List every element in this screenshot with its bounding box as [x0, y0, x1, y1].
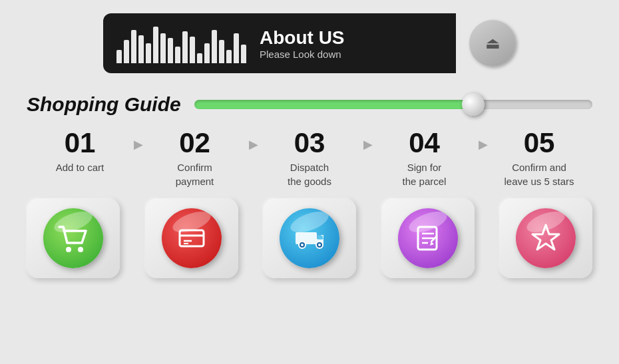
eject-button[interactable]: ⏏ — [469, 20, 516, 67]
eject-icon: ⏏ — [485, 34, 501, 53]
step-3-label: Dispatchthe goods — [288, 160, 331, 188]
step-4-icon-wrap[interactable] — [381, 198, 475, 278]
banner-subtitle: Please Look down — [260, 49, 345, 60]
equalizer-icon — [116, 23, 246, 63]
cart-svg — [57, 222, 90, 255]
step-1-label: Add to cart — [56, 160, 104, 174]
star-svg — [527, 220, 564, 257]
svg-point-1 — [78, 247, 83, 252]
star-icon — [516, 208, 576, 268]
step-5: 05 Confirm andleave us 5 stars — [486, 129, 592, 188]
guide-title: Shopping Guide — [27, 93, 181, 116]
banner-main: About US Please Look down — [103, 13, 456, 73]
svg-point-0 — [66, 247, 71, 252]
payment-svg — [175, 222, 208, 255]
slider-track — [194, 100, 592, 109]
truck-svg — [292, 220, 327, 256]
sign-svg — [411, 222, 445, 255]
steps-row: 01 Add to cart ▶ 02 Confirmpayment ▶ 03 … — [27, 129, 592, 188]
svg-rect-3 — [180, 230, 204, 246]
svg-line-2 — [63, 227, 65, 231]
sign-icon — [398, 208, 458, 268]
step-5-number: 05 — [524, 129, 555, 157]
svg-marker-19 — [532, 225, 559, 250]
slider-thumb[interactable] — [462, 93, 485, 116]
step-4-label: Sign forthe parcel — [403, 160, 447, 188]
svg-point-10 — [301, 244, 304, 246]
step-2: 02 Confirmpayment ▶ — [142, 129, 248, 188]
progress-slider[interactable] — [194, 96, 592, 112]
step-2-label: Confirmpayment — [176, 160, 214, 188]
svg-marker-18 — [430, 242, 434, 246]
svg-point-12 — [318, 244, 321, 246]
step-2-number: 02 — [179, 129, 210, 157]
icons-row — [27, 198, 592, 278]
truck-icon — [280, 208, 339, 268]
banner-text: About US Please Look down — [260, 27, 345, 60]
step-3-icon-wrap[interactable] — [263, 198, 356, 278]
step-4: 04 Sign forthe parcel ▶ — [371, 129, 478, 188]
svg-rect-7 — [296, 232, 317, 244]
svg-rect-8 — [317, 236, 323, 240]
step-3: 03 Dispatchthe goods ▶ — [256, 129, 363, 188]
shopping-guide-section: Shopping Guide 01 Add to cart ▶ 02 Confi… — [27, 93, 592, 278]
guide-header: Shopping Guide — [27, 93, 592, 116]
step-1-number: 01 — [65, 129, 96, 157]
payment-icon — [162, 208, 222, 268]
cart-icon — [43, 208, 103, 268]
step-5-icon-wrap[interactable] — [499, 198, 592, 278]
step-3-number: 03 — [294, 129, 325, 157]
step-2-icon-wrap[interactable] — [145, 198, 238, 278]
step-1-icon-wrap[interactable] — [27, 198, 120, 278]
banner-title: About US — [260, 27, 345, 49]
top-banner: About US Please Look down ⏏ — [103, 13, 516, 73]
step-4-number: 04 — [409, 129, 440, 157]
step-1: 01 Add to cart ▶ — [27, 129, 133, 174]
step-5-label: Confirm andleave us 5 stars — [504, 160, 574, 188]
